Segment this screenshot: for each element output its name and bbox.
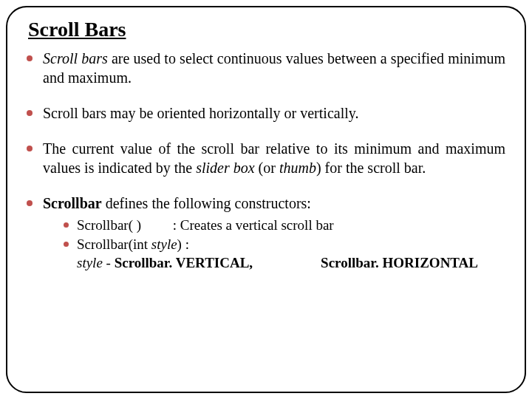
bullet-text: Scroll bars may be oriented horizontally… <box>43 105 358 121</box>
bullet-item: Scroll bars may be oriented horizontally… <box>27 103 505 123</box>
bullet-text: slider box <box>196 160 254 176</box>
slide-frame: Scroll Bars Scroll bars are used to sele… <box>6 6 526 393</box>
sub-text: ) : <box>177 236 189 252</box>
bullet-text: Scrollbar <box>43 195 102 211</box>
bullet-text: are used to select continuous values bet… <box>43 50 505 86</box>
sub-text <box>141 217 173 233</box>
detail-text: Scrollbar. VERTICAL, <box>115 255 253 270</box>
sub-text: style <box>151 236 177 252</box>
detail-text: Scrollbar. HORIZONTAL <box>321 253 478 273</box>
bullet-item: Scrollbar defines the following construc… <box>27 194 505 273</box>
bullet-item: The current value of the scroll bar rela… <box>27 139 505 177</box>
sub-text: : Creates a vertical scroll bar <box>173 217 334 233</box>
detail-text: - <box>103 255 115 270</box>
sub-bullet-item: Scrollbar(int style) : <box>64 235 505 254</box>
sub-bullet-item: Scrollbar( ) : Creates a vertical scroll… <box>64 216 505 235</box>
sub-bullet-list: Scrollbar( ) : Creates a vertical scroll… <box>64 216 505 253</box>
bullet-text: ) for the scroll bar. <box>316 160 426 176</box>
bullet-text: Scroll bars <box>43 50 108 66</box>
bullet-item: Scroll bars are used to select continuou… <box>27 49 505 87</box>
detail-text: style <box>77 255 103 270</box>
sub-text: Scrollbar(int <box>77 236 151 252</box>
bullet-text: (or <box>255 160 279 176</box>
slide-title: Scroll Bars <box>28 18 505 41</box>
bullet-list: Scroll bars are used to select continuou… <box>27 49 505 273</box>
bullet-text: defines the following constructors: <box>102 195 311 211</box>
sub-text: Scrollbar( ) <box>77 217 141 233</box>
bullet-text: thumb <box>279 160 316 176</box>
constructor-detail: style - Scrollbar. VERTICAL,Scrollbar. H… <box>77 253 505 273</box>
